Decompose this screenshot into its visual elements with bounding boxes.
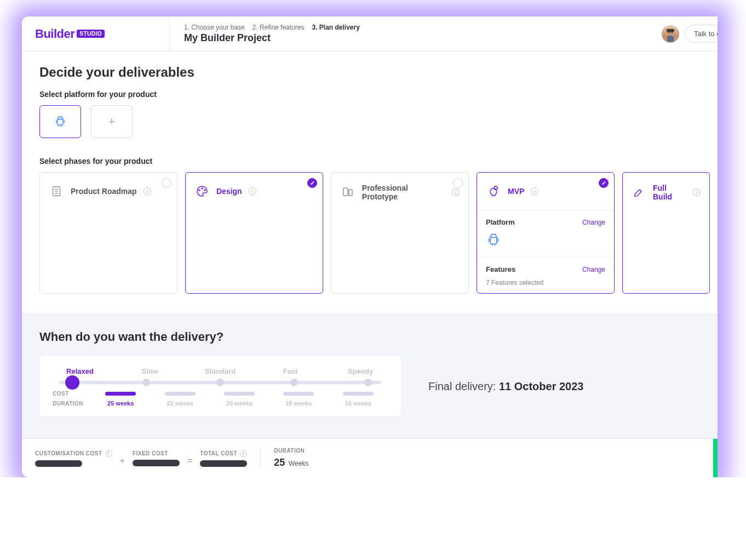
- slider-stop[interactable]: [364, 379, 372, 386]
- cost-bar: [343, 392, 374, 396]
- redacted-value: [35, 460, 82, 467]
- step-1[interactable]: 1. Choose your base: [184, 24, 245, 31]
- phases-row: Product Roadmap i Design i: [39, 172, 700, 294]
- android-icon: [486, 232, 501, 248]
- duration-value: 25: [274, 457, 285, 468]
- svg-line-10: [61, 116, 62, 117]
- info-icon[interactable]: i: [144, 187, 151, 195]
- checkbox-prototype[interactable]: [453, 178, 463, 188]
- speed-speedy[interactable]: Speedy: [333, 367, 388, 375]
- svg-point-18: [202, 188, 203, 189]
- progress-steps: 1. Choose your base 2. Refine features 3…: [184, 24, 662, 31]
- fixed-cost-label: FIXED COST: [133, 450, 168, 456]
- plus-icon: +: [108, 115, 116, 129]
- equals-operator: =: [187, 450, 192, 466]
- phase-title: Product Roadmap: [71, 187, 137, 196]
- customisation-cost-label: CUSTOMISATION COST: [35, 450, 102, 456]
- duration-unit: Weeks: [289, 460, 308, 467]
- phases-section-label: Select phases for your product: [39, 157, 700, 165]
- phase-title: Design: [216, 187, 242, 196]
- svg-point-17: [199, 190, 200, 191]
- proceed-edge[interactable]: [713, 439, 718, 477]
- plus-operator: +: [120, 450, 125, 466]
- platform-android[interactable]: [39, 105, 81, 138]
- svg-rect-21: [349, 190, 352, 196]
- slider-handle[interactable]: [65, 375, 79, 390]
- header-center: 1. Choose your base 2. Refine features 3…: [170, 24, 662, 44]
- duration-slow: 22 weeks: [150, 400, 209, 407]
- cost-bar: [165, 392, 196, 396]
- help-icon[interactable]: ?: [105, 450, 112, 457]
- svg-line-9: [59, 116, 59, 117]
- logo[interactable]: Builder STUDIO: [22, 16, 170, 51]
- slider-stop[interactable]: [216, 379, 224, 386]
- cost-meta-label: COST: [53, 391, 91, 397]
- duration-speedy: 16 weeks: [329, 400, 388, 407]
- step-3[interactable]: 3. Plan delivery: [312, 24, 359, 31]
- step-2[interactable]: 2. Refine features: [253, 24, 305, 31]
- project-name: My Builder Project: [184, 32, 662, 44]
- phase-mvp[interactable]: MVP i Platform Change: [477, 172, 615, 294]
- palette-icon: [194, 184, 210, 199]
- duration-relaxed: 25 weeks: [91, 400, 150, 407]
- page-title: Decide your deliverables: [39, 65, 700, 80]
- mvp-details: Platform Change Feature: [477, 210, 614, 293]
- phase-title: Full Build: [653, 184, 686, 201]
- phase-title: MVP: [508, 187, 524, 196]
- phase-prototype[interactable]: Professional Prototype i: [331, 172, 469, 294]
- checkbox-roadmap[interactable]: [162, 178, 171, 188]
- speed-fast[interactable]: Fast: [263, 367, 318, 375]
- slider-stop[interactable]: [290, 379, 298, 386]
- redacted-value: [200, 460, 247, 467]
- platform-add[interactable]: +: [91, 105, 133, 138]
- divider: [260, 448, 261, 468]
- phase-product-roadmap[interactable]: Product Roadmap i: [39, 172, 177, 294]
- speed-relaxed[interactable]: Relaxed: [53, 367, 107, 375]
- change-platform-link[interactable]: Change: [582, 219, 605, 226]
- footer-bar: CUSTOMISATION COST ? + FIXED COST = TOTA…: [22, 438, 718, 477]
- main-content: Decide your deliverables Select platform…: [22, 52, 718, 438]
- checkbox-design[interactable]: [307, 178, 317, 188]
- rocket-icon: [632, 185, 646, 200]
- info-icon[interactable]: i: [240, 450, 247, 457]
- mvp-features-label: Features: [486, 265, 515, 273]
- devices-icon: [340, 185, 355, 200]
- total-cost-label: TOTAL COST: [200, 450, 237, 456]
- lightbulb-gear-icon: [486, 184, 501, 199]
- customisation-cost: CUSTOMISATION COST ?: [35, 450, 112, 467]
- info-icon[interactable]: i: [452, 188, 460, 196]
- speed-slow[interactable]: Slow: [123, 367, 177, 375]
- phase-design[interactable]: Design i: [185, 172, 323, 294]
- checkbox-mvp[interactable]: [599, 178, 609, 188]
- slider-stop[interactable]: [142, 379, 150, 386]
- footer-duration-label: DURATION: [274, 448, 305, 454]
- speed-selector: Relaxed Slow Standard Fast Speedy: [39, 356, 401, 416]
- cost-bar: [224, 392, 255, 396]
- svg-rect-23: [490, 237, 497, 244]
- cost-bar: [105, 392, 136, 396]
- logo-badge: STUDIO: [77, 30, 105, 38]
- platform-section-label: Select platform for your product: [39, 90, 700, 99]
- svg-rect-4: [58, 119, 63, 125]
- mvp-platform-label: Platform: [486, 218, 515, 226]
- change-features-link[interactable]: Change: [582, 266, 605, 273]
- info-icon[interactable]: i: [531, 187, 538, 195]
- app-frame: Builder STUDIO 1. Choose your base 2. Re…: [22, 16, 718, 477]
- avatar[interactable]: [662, 25, 679, 43]
- talk-to-experts-button[interactable]: Talk to our experts: [685, 25, 718, 43]
- duration-standard: 20 weeks: [210, 400, 269, 407]
- delivery-section: When do you want the delivery? Relaxed S…: [22, 313, 718, 438]
- phase-full-build[interactable]: Full Build i: [622, 172, 710, 294]
- info-icon[interactable]: i: [249, 187, 256, 195]
- speed-slider[interactable]: [59, 381, 381, 384]
- info-icon[interactable]: i: [693, 188, 701, 196]
- delivery-title: When do you want the delivery?: [39, 330, 700, 344]
- svg-point-12: [61, 118, 62, 118]
- final-delivery-label: Final delivery:: [428, 380, 499, 392]
- total-cost: TOTAL COST i: [200, 450, 247, 467]
- platform-row: +: [39, 105, 700, 138]
- person-icon: [663, 26, 678, 42]
- svg-line-29: [495, 233, 495, 235]
- redacted-value: [133, 460, 180, 466]
- speed-standard[interactable]: Standard: [193, 367, 248, 375]
